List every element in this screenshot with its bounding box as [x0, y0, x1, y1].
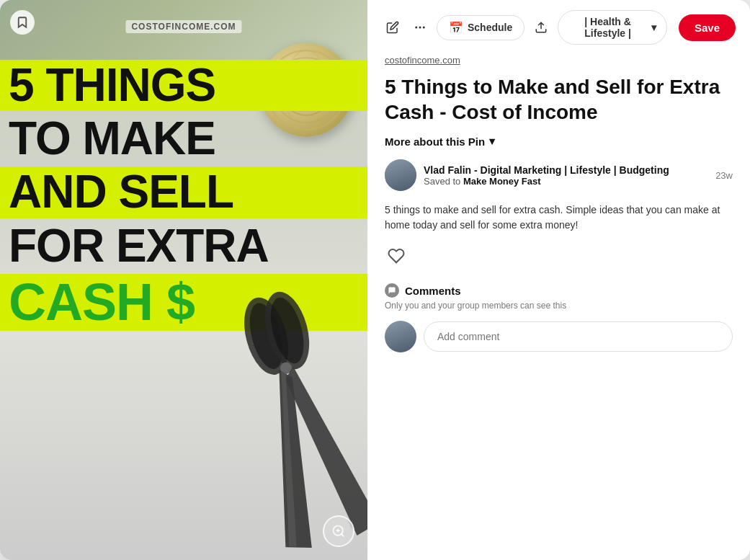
svg-line-15: [341, 534, 344, 537]
author-info: Vlad Falin - Digital Marketing | Lifesty…: [424, 164, 708, 187]
comment-input[interactable]: [424, 321, 733, 352]
current-user-avatar: [385, 321, 416, 352]
chevron-down-icon: ▾: [489, 135, 495, 148]
source-link[interactable]: costofincome.com: [385, 55, 733, 66]
board-selector-button[interactable]: | Health & Lifestyle | ▾: [558, 10, 667, 45]
schedule-label: Schedule: [468, 22, 512, 33]
author-name[interactable]: Vlad Falin - Digital Marketing | Lifesty…: [424, 164, 708, 176]
pin-title: 5 Things to Make and Sell for Extra Cash…: [385, 74, 733, 125]
schedule-button[interactable]: 📅 Schedule: [437, 15, 524, 40]
like-row: [385, 244, 733, 272]
author-row: Vlad Falin - Digital Marketing | Lifesty…: [385, 159, 733, 191]
schedule-icon: 📅: [449, 21, 463, 35]
comments-header: Comments: [385, 283, 733, 298]
text-line-1: 5 THINGS: [0, 60, 367, 111]
author-saved-text: Saved to Make Money Fast: [424, 176, 708, 187]
like-button[interactable]: [385, 244, 408, 272]
text-line-3: AND SELL: [0, 166, 367, 218]
pin-image-panel: COSTOFINCOME.COM 5 THINGS TO MAKE AND SE…: [0, 0, 367, 560]
upload-button[interactable]: [530, 14, 552, 40]
board-name-link[interactable]: Make Money Fast: [463, 176, 541, 187]
pin-description: 5 things to make and sell for extra cash…: [385, 203, 733, 233]
post-time: 23w: [715, 170, 733, 181]
svg-point-19: [419, 27, 421, 29]
svg-point-18: [415, 27, 417, 29]
pin-modal: COSTOFINCOME.COM 5 THINGS TO MAKE AND SE…: [0, 0, 750, 560]
pin-toolbar: 📅 Schedule | Health & Lifestyle | ▾ Save: [367, 0, 750, 55]
comments-label: Comments: [405, 285, 461, 297]
comments-icon: [385, 283, 399, 298]
svg-point-20: [423, 27, 425, 29]
save-button[interactable]: Save: [679, 14, 736, 41]
bookmark-icon[interactable]: [10, 10, 35, 35]
text-line-2: TO MAKE: [0, 113, 367, 164]
comments-private-note: Only you and your group members can see …: [385, 301, 733, 311]
visual-search-button[interactable]: [323, 515, 354, 547]
chevron-down-icon: ▾: [651, 22, 656, 33]
more-about-button[interactable]: More about this Pin ▾: [385, 135, 733, 148]
more-options-button[interactable]: [409, 14, 431, 40]
comment-input-row: [385, 321, 733, 352]
author-avatar[interactable]: [385, 159, 416, 191]
edit-button[interactable]: [382, 14, 403, 40]
watermark: COSTOFINCOME.COM: [125, 20, 241, 33]
board-name: | Health & Lifestyle |: [568, 16, 647, 39]
comments-section: Comments Only you and your group members…: [385, 283, 733, 352]
pin-content-area: costofincome.com 5 Things to Make and Se…: [367, 55, 750, 560]
more-about-label: More about this Pin: [385, 135, 485, 148]
pin-detail-panel: 📅 Schedule | Health & Lifestyle | ▾ Save…: [367, 0, 750, 560]
pin-image-content: COSTOFINCOME.COM 5 THINGS TO MAKE AND SE…: [0, 0, 367, 560]
text-line-4: FOR EXTRA: [0, 221, 367, 272]
